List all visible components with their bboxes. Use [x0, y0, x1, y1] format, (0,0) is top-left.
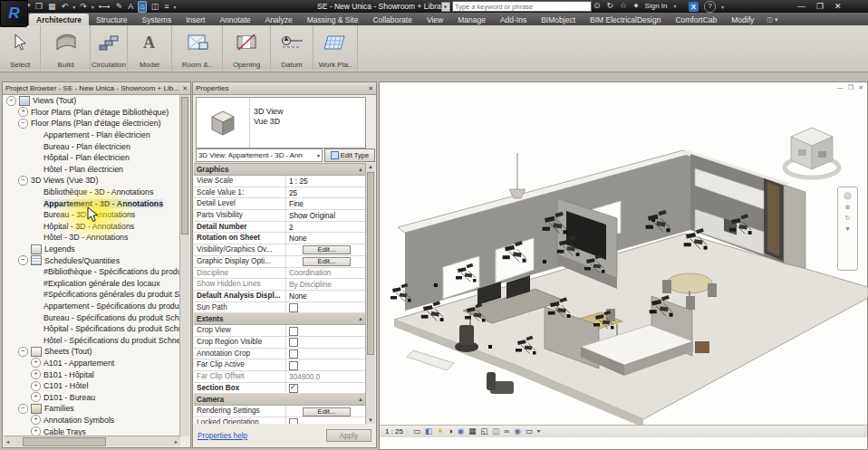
tree-item[interactable]: Hôpital - Plan électricien [4, 152, 180, 164]
minimize-button[interactable]: — [797, 2, 805, 11]
redo-dropdown-icon[interactable]: ▾ [92, 4, 94, 10]
tree-item[interactable]: Hôpital - 3D - Annotations [4, 221, 180, 233]
ribbon-state-icon[interactable]: ◫ [767, 16, 773, 24]
tree-item[interactable]: +Floor Plans (Plan d'étage Bibliothèque) [4, 107, 180, 119]
tree-item[interactable]: Appartement - Spécifications du produit … [4, 301, 180, 312]
panel-label-work-plane[interactable]: Work Pla.. [313, 60, 357, 70]
redo-icon[interactable]: ↷ [79, 2, 88, 12]
scale-button[interactable]: 1 : 25 [385, 427, 409, 436]
panel-model[interactable]: A Model [128, 25, 172, 71]
tab-view[interactable]: View [420, 14, 450, 25]
crop-view-checkbox[interactable] [289, 327, 298, 336]
tree-item[interactable]: Bibliothèque - 3D - Annotations [4, 187, 180, 198]
panel-label-datum[interactable]: Datum [271, 60, 313, 70]
expand-icon[interactable]: + [31, 392, 41, 402]
nav-dropdown-icon[interactable]: ▼ [844, 225, 851, 232]
application-menu-button[interactable]: R [0, 0, 28, 27]
property-row[interactable]: Crop View [194, 325, 366, 337]
restore-button[interactable]: ❐ [816, 2, 824, 11]
crop-region-visible-checkbox[interactable] [289, 338, 298, 347]
tree-item[interactable]: +B101 - Hôpital [4, 369, 180, 380]
tree-item-selected[interactable]: Appartement - 3D - Annotations [4, 197, 180, 209]
measure-icon[interactable]: ⟷ [98, 2, 111, 12]
analysis-display-icon[interactable]: ▭ [526, 426, 533, 436]
type-selector[interactable]: 3D View Vue 3D [196, 97, 366, 148]
tab-insert[interactable]: Insert [178, 14, 212, 25]
tree-item[interactable]: Hôtel - Spécifications du produit Schnei… [4, 334, 180, 346]
detail-level-icon[interactable]: ▭ [413, 426, 420, 436]
property-row[interactable]: Locked Orientation [194, 417, 366, 424]
panel-build[interactable]: Build [42, 25, 91, 71]
property-row[interactable]: Detail Number2 [194, 222, 366, 234]
property-row[interactable]: DisciplineCoordination [194, 268, 366, 280]
navigation-bar[interactable]: ◎ ⊕ ↻ ▼ [837, 187, 858, 271]
tab-structure[interactable]: Structure [89, 14, 135, 25]
panel-room-area[interactable]: Room &.. [172, 25, 223, 71]
tab-systems[interactable]: Systems [135, 14, 179, 25]
collapse-icon[interactable]: − [18, 347, 28, 357]
drawing-area[interactable]: — ❐ ✕ [379, 81, 868, 450]
edit-button[interactable]: Edit... [303, 257, 352, 266]
property-row[interactable]: Annotation Crop [194, 349, 366, 360]
property-row[interactable]: Crop Region Visible [194, 337, 366, 349]
expand-icon[interactable]: + [31, 381, 41, 391]
tree-item[interactable]: Bureau - 3D - Annotations [4, 209, 180, 221]
panel-datum[interactable]: Datum [271, 25, 313, 71]
tree-item[interactable]: Appartement - Plan électricien [4, 129, 180, 141]
property-row[interactable]: Detail LevelFine [194, 198, 366, 210]
tree-item-views[interactable]: −Views (Tout) [4, 95, 180, 107]
property-row[interactable]: Far Clip Active [194, 359, 366, 371]
property-row[interactable]: Sun Path [194, 302, 366, 314]
property-row[interactable]: Visibility/Graphics Ov...Edit... [194, 244, 366, 256]
user-icon[interactable]: ● [633, 1, 638, 10]
tab-bimobject[interactable]: BIMobject [534, 14, 583, 25]
thin-lines-icon[interactable]: ≡ [163, 2, 169, 12]
section-collapse-icon[interactable]: ▲ [358, 316, 363, 321]
collapse-icon[interactable]: − [6, 96, 16, 106]
section-camera[interactable]: Camera▲ [194, 394, 366, 406]
tree-item[interactable]: Bureau - Plan électricien [4, 140, 180, 152]
tab-bim-electricaldesign[interactable]: BIM ElectricalDesign [583, 14, 668, 25]
property-row[interactable]: Rendering SettingsEdit... [194, 406, 366, 417]
tree-item[interactable]: +D101 - Bureau [4, 391, 180, 403]
property-row[interactable]: Rotation on SheetNone [194, 233, 366, 244]
far-clip-active-checkbox[interactable] [289, 361, 298, 370]
locked-orientation-checkbox[interactable] [289, 418, 298, 424]
panel-select[interactable]: Select [0, 25, 41, 71]
property-row[interactable]: Graphic Display Opti...Edit... [194, 256, 366, 268]
reveal-hidden-elements-icon[interactable]: ◉ [514, 426, 520, 436]
scroll-down-icon[interactable]: ▼ [366, 417, 375, 423]
infocenter-search-input[interactable] [452, 1, 592, 12]
tab-manage[interactable]: Manage [450, 14, 493, 25]
section-extents[interactable]: Extents▲ [194, 313, 366, 325]
scroll-right-icon[interactable]: ▸ [172, 438, 180, 445]
project-browser-horizontal-scrollbar[interactable]: ◂ ▸ [4, 436, 180, 446]
properties-header[interactable]: Properties ✕ [193, 82, 376, 95]
close-icon[interactable]: ✕ [368, 85, 373, 92]
expand-icon[interactable]: + [18, 107, 28, 117]
expand-icon[interactable]: + [31, 369, 41, 379]
shadows-icon[interactable]: ◑ [448, 426, 453, 436]
sign-in-dropdown-icon[interactable]: ▾ [674, 3, 677, 9]
undo-icon[interactable]: ↶ [61, 2, 70, 12]
tree-item-schedules[interactable]: −Schedules/Quantities [4, 254, 180, 266]
collapse-icon[interactable]: − [18, 119, 28, 129]
help-dropdown-icon[interactable]: ▾ [721, 4, 724, 10]
favorites-star-icon[interactable]: ☆ [620, 1, 627, 10]
edit-button[interactable]: Edit... [303, 407, 352, 416]
tree-item[interactable]: #Spécifications générales du produit Sch… [4, 289, 180, 301]
collapse-icon[interactable]: − [18, 255, 28, 265]
edit-button[interactable]: Edit... [303, 245, 352, 254]
annotation-crop-checkbox[interactable] [289, 349, 298, 359]
tree-item[interactable]: Hôtel - 3D - Annotations [4, 232, 180, 244]
unlock-view-icon[interactable]: ◫ [492, 426, 499, 436]
tab-annotate[interactable]: Annotate [212, 14, 257, 25]
panel-circulation[interactable]: Circulation [91, 25, 128, 71]
panel-label-build[interactable]: Build [42, 60, 90, 70]
undo-dropdown-icon[interactable]: ▾ [72, 4, 75, 10]
tree-item[interactable]: −Floor Plans (Plan d'étage électricien) [4, 118, 180, 129]
sign-in-button[interactable]: Sign In [645, 2, 668, 10]
properties-vertical-scrollbar[interactable]: ▲ ▼ [365, 163, 375, 424]
tree-item[interactable]: #Explication générale des locaux [4, 278, 180, 290]
show-crop-region-icon[interactable]: ◱ [480, 426, 487, 436]
